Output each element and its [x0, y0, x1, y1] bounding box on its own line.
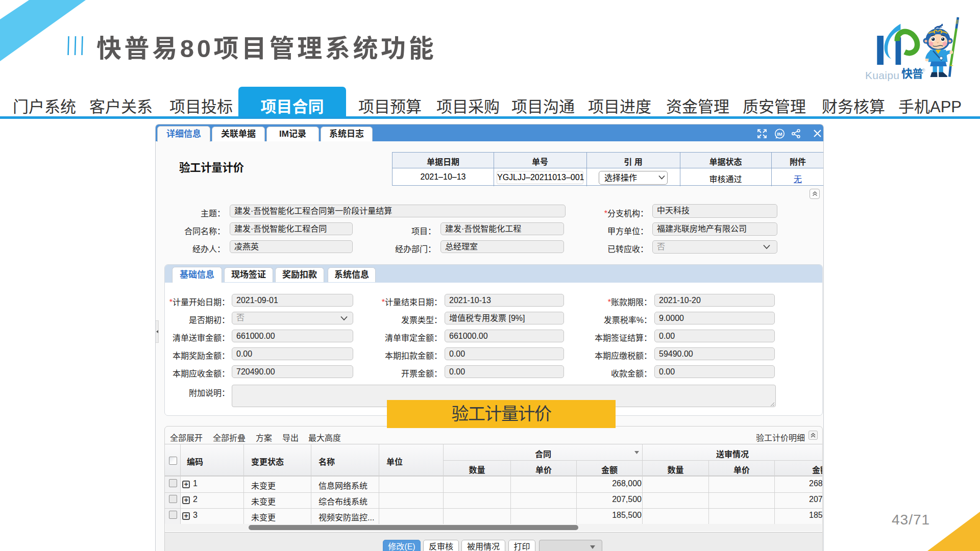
svg-text:Kuaipu: Kuaipu — [865, 69, 899, 81]
svg-text:IM: IM — [777, 131, 782, 137]
svg-text:快普: 快普 — [901, 64, 923, 81]
svg-text:®: ® — [922, 68, 925, 73]
